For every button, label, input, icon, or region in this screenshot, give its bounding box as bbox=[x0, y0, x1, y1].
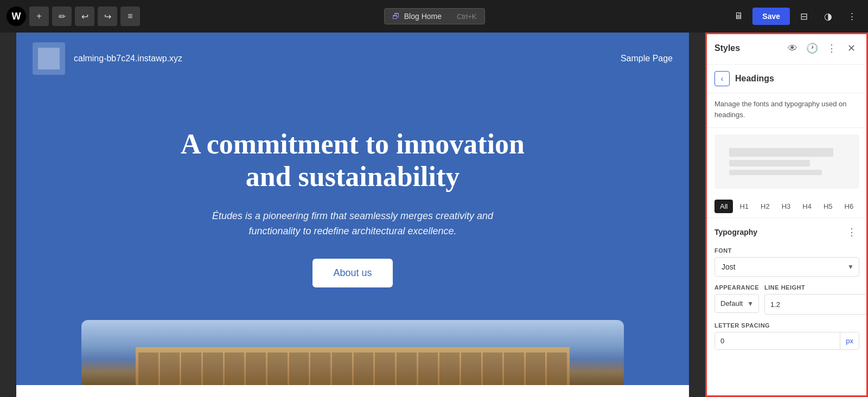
building-line bbox=[160, 353, 180, 385]
preview-box bbox=[714, 135, 859, 189]
contrast-button[interactable]: ◑ bbox=[818, 7, 838, 26]
building-line bbox=[203, 353, 223, 385]
building-line bbox=[289, 353, 309, 385]
history-icon: 🕐 bbox=[806, 42, 818, 54]
list-view-button[interactable]: ≡ bbox=[120, 7, 140, 26]
page-selector[interactable]: 🗗 Blog Home Ctrl+K bbox=[384, 8, 485, 24]
letter-spacing-section: LETTER SPACING px bbox=[714, 322, 859, 350]
typography-menu-button[interactable]: ⋮ bbox=[844, 225, 859, 240]
headings-section: ‹ Headings Manage the fonts and typograp… bbox=[706, 65, 868, 397]
site-nav-item[interactable]: Sample Page bbox=[621, 54, 673, 63]
wp-logo[interactable]: W bbox=[7, 7, 26, 26]
building-line bbox=[181, 353, 201, 385]
hero-title: A commitment to innovation and sustainab… bbox=[163, 128, 542, 193]
line-height-input[interactable] bbox=[765, 296, 867, 313]
pen-icon: ✏ bbox=[59, 11, 66, 22]
appearance-col: APPEARANCE Default ▼ bbox=[714, 284, 759, 315]
building-line bbox=[246, 353, 266, 385]
about-us-button[interactable]: About us bbox=[312, 259, 392, 287]
add-icon: + bbox=[36, 11, 41, 21]
chevron-left-icon: ‹ bbox=[721, 74, 724, 83]
keyboard-shortcut: Ctrl+K bbox=[457, 12, 476, 21]
building-line bbox=[225, 353, 245, 385]
letter-spacing-unit[interactable]: px bbox=[840, 332, 859, 349]
building-line bbox=[483, 353, 503, 385]
building-line bbox=[267, 353, 288, 385]
panel-header-icons: 👁 🕐 ⋮ ✕ bbox=[784, 40, 859, 56]
styles-more-button[interactable]: ⋮ bbox=[824, 40, 840, 56]
desktop-icon: 🖥 bbox=[734, 11, 743, 22]
edit-button[interactable]: ✏ bbox=[52, 7, 72, 26]
building-line bbox=[547, 353, 567, 385]
add-block-button[interactable]: + bbox=[29, 7, 49, 26]
undo-button[interactable]: ↩ bbox=[75, 7, 94, 26]
tab-h6[interactable]: H6 bbox=[839, 200, 859, 213]
right-panel: Styles 👁 🕐 ⋮ ✕ ‹ bbox=[705, 33, 868, 397]
tab-all[interactable]: All bbox=[714, 200, 733, 213]
desktop-view-button[interactable]: 🖥 bbox=[729, 7, 748, 26]
preview-line-2 bbox=[729, 160, 810, 167]
page-name: Blog Home bbox=[404, 12, 442, 21]
building-line bbox=[354, 353, 374, 385]
hero-subtitle: Études is a pioneering firm that seamles… bbox=[195, 208, 510, 240]
preview-line-3 bbox=[729, 170, 822, 175]
appearance-select-wrapper: Default ▼ bbox=[714, 294, 759, 313]
main-area: calming-bb7c24.instawp.xyz Sample Page A… bbox=[0, 33, 868, 397]
site-logo-area: calming-bb7c24.instawp.xyz bbox=[33, 42, 182, 75]
building-line bbox=[332, 353, 352, 385]
undo-icon: ↩ bbox=[81, 11, 88, 22]
font-label: FONT bbox=[714, 247, 859, 254]
appearance-select[interactable]: Default bbox=[714, 294, 759, 313]
building-line bbox=[418, 353, 438, 385]
letter-spacing-label: LETTER SPACING bbox=[714, 322, 859, 329]
page-icon: 🗗 bbox=[392, 12, 400, 21]
building-line bbox=[504, 353, 524, 385]
split-icon: ⊟ bbox=[800, 11, 808, 22]
typography-title: Typography bbox=[714, 228, 757, 236]
redo-button[interactable]: ↪ bbox=[98, 7, 117, 26]
more-dots-icon: ⋮ bbox=[827, 42, 837, 54]
section-description: Manage the fonts and typography used on … bbox=[706, 93, 868, 128]
typography-section: Typography ⋮ FONT Jost ▼ APPEARANCE bbox=[706, 218, 868, 356]
tab-h5[interactable]: H5 bbox=[818, 200, 838, 213]
toolbar: W + ✏ ↩ ↪ ≡ 🗗 Blog Home Ctrl+K 🖥 Save ⊟ … bbox=[0, 0, 868, 33]
close-icon: ✕ bbox=[847, 42, 856, 54]
tab-h1[interactable]: H1 bbox=[734, 200, 754, 213]
line-height-control: + − bbox=[764, 294, 868, 315]
font-select-wrapper: Jost ▼ bbox=[714, 257, 859, 277]
line-height-label: LINE HEIGHT bbox=[764, 284, 868, 291]
tab-h4[interactable]: H4 bbox=[797, 200, 817, 213]
site-header: calming-bb7c24.instawp.xyz Sample Page bbox=[16, 33, 689, 85]
site-logo-box bbox=[33, 42, 65, 75]
section-desc-text: Manage the fonts and typography used on … bbox=[714, 100, 847, 119]
letter-spacing-control: px bbox=[714, 332, 859, 350]
split-view-button[interactable]: ⊟ bbox=[794, 7, 814, 26]
building-facade bbox=[136, 347, 570, 385]
tab-h2[interactable]: H2 bbox=[755, 200, 775, 213]
more-options-button[interactable]: ⋮ bbox=[842, 7, 861, 26]
building-lines bbox=[136, 353, 570, 385]
styles-history-button[interactable]: 🕐 bbox=[804, 40, 820, 56]
panel-header: Styles 👁 🕐 ⋮ ✕ bbox=[706, 33, 868, 65]
line-height-col: LINE HEIGHT + − bbox=[764, 284, 868, 315]
panel-close-button[interactable]: ✕ bbox=[843, 40, 859, 56]
letter-spacing-input[interactable] bbox=[715, 332, 840, 349]
font-select[interactable]: Jost bbox=[714, 257, 859, 277]
eye-icon: 👁 bbox=[788, 43, 797, 54]
typography-more-icon: ⋮ bbox=[847, 226, 857, 238]
tab-h3[interactable]: H3 bbox=[776, 200, 796, 213]
toolbar-center: 🗗 Blog Home Ctrl+K bbox=[143, 8, 725, 24]
save-button[interactable]: Save bbox=[752, 8, 790, 25]
building-image bbox=[81, 320, 624, 385]
back-button[interactable]: ‹ bbox=[714, 71, 730, 86]
styles-eye-button[interactable]: 👁 bbox=[784, 40, 801, 56]
canvas-page: calming-bb7c24.instawp.xyz Sample Page A… bbox=[16, 33, 689, 397]
canvas-wrapper[interactable]: calming-bb7c24.instawp.xyz Sample Page A… bbox=[0, 33, 705, 397]
redo-icon: ↪ bbox=[104, 11, 111, 22]
preview-text-lines bbox=[729, 148, 845, 175]
building-line bbox=[461, 353, 481, 385]
more-icon: ⋮ bbox=[847, 11, 857, 22]
wp-logo-text: W bbox=[12, 11, 21, 22]
building-line bbox=[310, 353, 330, 385]
preview-line-1 bbox=[729, 148, 833, 157]
